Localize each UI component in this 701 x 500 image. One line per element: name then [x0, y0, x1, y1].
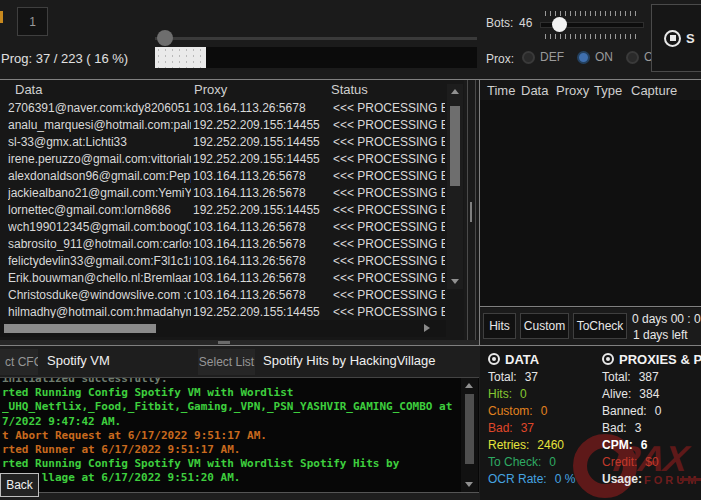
combo-data-cell: analu_marquesi@hotmail.com:palm	[8, 118, 191, 132]
slider-thumb[interactable]	[157, 30, 173, 46]
config-bar: ct CFG Spotify VM Select List Spotify Hi…	[0, 346, 479, 377]
combo-status-cell: <<< PROCESSING BLOCK	[333, 237, 445, 251]
tab-hits[interactable]: Hits	[483, 313, 516, 339]
bots-label: Bots:	[486, 16, 513, 30]
stat-label: Bad:	[488, 421, 513, 435]
log-line: t Abort Request at 6/17/2022 9:51:17 AM.	[2, 429, 460, 443]
scroll-up-icon[interactable]	[465, 383, 473, 388]
log-area[interactable]: initialized successfully.rted Running Co…	[0, 377, 479, 493]
combo-row[interactable]: jackiealbano21@gmail.com:YemiYar103.164.…	[0, 185, 446, 202]
combo-proxy-cell: 103.164.113.26:5678	[193, 220, 329, 234]
column-header-capture[interactable]: Capture	[631, 83, 677, 98]
column-header-time[interactable]: Time	[487, 83, 515, 98]
combo-row[interactable]: alexdonaldson96@gmail.com:Peppe103.164.1…	[0, 168, 446, 185]
days-left: 1 days left	[633, 328, 688, 342]
stat-value: 0	[520, 387, 527, 401]
combo-row[interactable]: sabrosito_911@hotmail.com:carlos2103.164…	[0, 236, 446, 253]
combo-row[interactable]: analu_marquesi@hotmail.com:palm192.252.2…	[0, 117, 446, 134]
combo-row[interactable]: felictydevlin33@gmail.com:F3l1c1ty103.16…	[0, 253, 446, 270]
scroll-down-icon[interactable]	[451, 279, 459, 284]
panel-splitter[interactable]	[464, 80, 479, 345]
combo-data-cell: lornettec@gmail.com:lorn8686	[8, 203, 191, 217]
radio-circle-icon	[626, 51, 639, 64]
scroll-right-icon[interactable]	[424, 324, 430, 332]
scrollbar-thumb[interactable]	[450, 106, 460, 186]
stat-row: Total:387	[602, 370, 701, 387]
combo-row[interactable]: sl-33@gmx.at:Lichti33192.252.209.155:144…	[0, 134, 446, 151]
combo-row[interactable]: lornettec@gmail.com:lorn8686192.252.209.…	[0, 202, 446, 219]
combo-row[interactable]: Christosduke@windowslive.com :du103.164.…	[0, 287, 446, 304]
select-list-button[interactable]: Select List	[198, 349, 255, 375]
stat-label: To Check:	[488, 455, 541, 469]
combo-row[interactable]: wch199012345@gmail.com:boog06103.164.113…	[0, 219, 446, 236]
stat-row: Banned:0	[602, 404, 701, 421]
scroll-up-icon[interactable]	[451, 89, 459, 94]
bots-value: 46	[519, 16, 532, 30]
combo-row[interactable]: 2706391@naver.com:kdy8206051103.164.113.…	[0, 100, 446, 117]
stat-row: CPM:6	[602, 438, 701, 455]
stat-value: 37	[525, 370, 538, 384]
stat-value: 0	[549, 455, 556, 469]
combo-row[interactable]: irene.peruzzo@gmail.com:vittorialu192.25…	[0, 151, 446, 168]
progress-bar-fill	[155, 47, 206, 68]
slider-ticks	[545, 34, 639, 39]
combo-table-body: 2706391@naver.com:kdy8206051103.164.113.…	[0, 100, 446, 318]
combo-status-cell: <<< PROCESSING BLOCK	[333, 101, 445, 115]
combo-proxy-cell: 103.164.113.26:5678	[193, 169, 329, 183]
proxies-icon	[602, 353, 614, 365]
column-header-type[interactable]: Type	[594, 83, 622, 98]
combo-status-cell: <<< PROCESSING BLOCK	[333, 152, 445, 166]
results-table-body	[480, 100, 701, 307]
combo-status-cell: <<< PROCESSING BLOCK	[333, 186, 445, 200]
combo-data-cell: irene.peruzzo@gmail.com:vittorialu	[8, 152, 191, 166]
column-header-proxy[interactable]: Proxy	[556, 83, 589, 98]
slider-thumb[interactable]	[552, 17, 567, 32]
scrollbar-thumb[interactable]	[4, 324, 156, 333]
log-line: 7/2022 9:47:42 AM.	[2, 415, 460, 429]
combo-row[interactable]: hilmadhy@hotmail.com:hmadahym192.252.209…	[0, 304, 446, 318]
stat-value: $0	[645, 455, 658, 469]
proxy-mode-def-radio[interactable]: DEF	[522, 50, 564, 64]
combo-table-header: Data Proxy Status	[0, 80, 464, 100]
stat-label: Bad:	[602, 421, 627, 435]
results-tab-bar: Hits Custom ToCheck 0 days 00 : 0 1 days…	[480, 308, 701, 345]
combo-proxy-cell: 192.252.209.155:14455	[193, 135, 329, 149]
column-header-status[interactable]: Status	[331, 82, 368, 97]
data-stats-section: DATA Total:37Hits:0Custom:0Bad:37Retries…	[488, 350, 600, 489]
stat-value: 2460	[537, 438, 564, 452]
proxy-mode-on-radio[interactable]: ON	[577, 50, 613, 64]
bots-slider[interactable]	[540, 11, 644, 41]
proxies-stats-rows: Total:387Alive:384Banned:0Bad:3CPM:6Cred…	[602, 370, 701, 489]
log-scrollbar[interactable]	[461, 378, 478, 492]
log-line: rted Running Config Spotify VM with Word…	[2, 386, 460, 400]
stat-label: Alive:	[602, 387, 631, 401]
proxies-stats-title: PROXIES & PE	[619, 352, 701, 367]
column-header-proxy[interactable]: Proxy	[194, 82, 227, 97]
combo-status-cell: <<< PROCESSING BLOCK	[333, 203, 445, 217]
data-icon	[488, 353, 500, 365]
combo-proxy-cell: 103.164.113.26:5678	[193, 186, 329, 200]
scrollbar-thumb[interactable]	[218, 341, 230, 344]
splitter-grip[interactable]	[470, 202, 472, 222]
combo-horizontal-scrollbar[interactable]	[0, 320, 446, 337]
stat-label: CPM:	[602, 438, 633, 452]
tab-custom[interactable]: Custom	[520, 313, 569, 339]
combo-vertical-scrollbar[interactable]	[447, 84, 463, 289]
combo-data-cell: hilmadhy@hotmail.com:hmadahym	[8, 305, 191, 318]
column-header-data[interactable]: Data	[521, 83, 548, 98]
threads-input[interactable]	[17, 7, 48, 36]
combo-proxy-cell: 103.164.113.26:5678	[193, 237, 329, 251]
tab-tocheck[interactable]: ToCheck	[573, 313, 627, 339]
scrollbar-thumb[interactable]	[465, 394, 474, 464]
scroll-down-icon[interactable]	[465, 482, 473, 487]
threads-slider[interactable]	[155, 29, 477, 47]
select-cfg-button[interactable]: ct CFG	[0, 349, 38, 375]
combo-status-cell: <<< PROCESSING BLOCK	[333, 271, 445, 285]
combo-status-cell: <<< PROCESSING BLOCK	[333, 288, 445, 302]
back-button[interactable]: Back	[0, 473, 39, 497]
combo-row[interactable]: Erik.bouwman@chello.nl:Bremlaan1103.164.…	[0, 270, 446, 287]
stop-button[interactable]: S	[651, 4, 701, 72]
stat-value: 6	[641, 438, 648, 452]
column-header-data[interactable]: Data	[15, 82, 42, 97]
combo-status-cell: <<< PROCESSING BLOCK	[333, 169, 445, 183]
